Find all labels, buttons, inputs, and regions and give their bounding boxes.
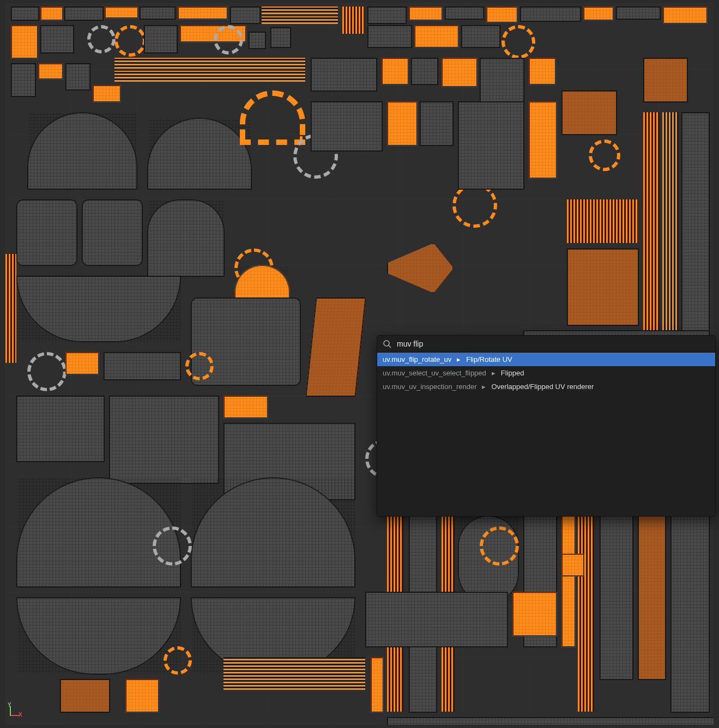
uv-island[interactable] (638, 515, 666, 680)
uv-island[interactable] (178, 7, 228, 20)
uv-island[interactable] (16, 199, 77, 266)
uv-island[interactable] (27, 352, 67, 391)
uv-island[interactable] (93, 85, 121, 102)
uv-island[interactable] (311, 58, 377, 92)
uv-island[interactable] (616, 7, 661, 20)
uv-island[interactable] (520, 7, 581, 22)
uv-island[interactable] (414, 25, 459, 48)
uv-island[interactable] (311, 101, 383, 151)
uv-island[interactable] (411, 58, 438, 85)
uv-island[interactable] (589, 139, 620, 171)
uv-island[interactable] (442, 58, 478, 87)
result-label: Flip/Rotate UV (466, 355, 512, 363)
uv-island[interactable] (60, 679, 110, 713)
uv-island[interactable] (109, 396, 219, 484)
uv-island[interactable] (65, 352, 99, 375)
axis-y-label: Y (8, 702, 11, 708)
search-result[interactable]: uv.muv_select_uv_select_flipped ▸ Flippe… (377, 366, 715, 380)
uv-island[interactable] (512, 592, 557, 636)
uv-island[interactable] (452, 183, 497, 228)
uv-island[interactable] (262, 7, 338, 14)
uv-island[interactable] (567, 199, 638, 243)
uv-island[interactable] (486, 7, 518, 23)
uv-island[interactable] (681, 112, 710, 331)
svg-point-0 (384, 341, 389, 346)
chevron-right-icon: ▸ (457, 355, 461, 363)
chevron-right-icon: ▸ (492, 369, 496, 377)
uv-island[interactable] (38, 63, 63, 80)
uv-island[interactable] (600, 515, 633, 680)
chevron-right-icon: ▸ (482, 383, 486, 391)
uv-island[interactable] (11, 63, 36, 97)
uv-island[interactable] (461, 25, 500, 48)
uv-island[interactable] (40, 25, 74, 53)
uv-island[interactable] (387, 717, 714, 725)
uv-island[interactable] (40, 7, 63, 21)
uv-island[interactable] (125, 679, 159, 713)
uv-island[interactable] (305, 298, 366, 397)
uv-island[interactable] (367, 25, 412, 48)
uv-island[interactable] (529, 58, 556, 85)
uv-island[interactable] (270, 27, 291, 48)
result-operator: uv.muv_flip_rotate_uv (383, 355, 451, 363)
uv-island[interactable] (144, 25, 178, 53)
uv-island[interactable] (262, 16, 338, 24)
uv-island[interactable] (16, 396, 105, 462)
uv-island[interactable] (371, 657, 384, 713)
uv-island[interactable] (140, 7, 176, 20)
uv-island[interactable] (420, 101, 454, 146)
uv-island[interactable] (230, 7, 261, 24)
uv-island[interactable] (82, 199, 143, 266)
uv-island[interactable] (223, 396, 268, 418)
uv-island[interactable] (578, 515, 594, 712)
uv-island[interactable] (643, 112, 660, 330)
uv-island[interactable] (367, 7, 407, 24)
uv-island[interactable] (249, 32, 266, 49)
uv-island[interactable] (561, 90, 617, 135)
uv-island[interactable] (670, 515, 710, 713)
uv-island[interactable] (214, 25, 243, 54)
uv-island[interactable] (445, 7, 484, 20)
uv-island[interactable] (105, 7, 138, 19)
search-result[interactable]: uv.muv_flip_rotate_uv ▸ Flip/Rotate UV (377, 353, 715, 366)
uv-island[interactable] (409, 7, 443, 21)
uv-island[interactable] (65, 63, 90, 90)
uv-island[interactable] (185, 352, 214, 380)
search-row (377, 336, 715, 353)
uv-island[interactable] (458, 101, 524, 190)
search-result[interactable]: uv.muv_uv_inspection_render ▸ Overlapped… (377, 380, 715, 393)
uv-island[interactable] (387, 101, 418, 146)
uv-island[interactable] (480, 526, 519, 566)
axis-x-label: X (19, 712, 22, 718)
uv-island[interactable] (104, 352, 181, 380)
uv-island[interactable] (567, 248, 639, 326)
search-input[interactable] (396, 339, 710, 349)
uv-island[interactable] (480, 58, 524, 102)
axis-gizmo: X Y (4, 702, 26, 724)
uv-island[interactable] (5, 254, 16, 363)
uv-island[interactable] (87, 25, 116, 53)
result-operator: uv.muv_uv_inspection_render (383, 383, 476, 391)
uv-island[interactable] (502, 25, 535, 59)
uv-island[interactable] (529, 101, 557, 179)
uv-island[interactable] (153, 526, 192, 566)
uv-island[interactable] (583, 7, 614, 21)
uv-island[interactable] (64, 7, 104, 21)
uv-island[interactable] (382, 58, 409, 85)
uv-island[interactable] (663, 7, 708, 24)
uv-island[interactable] (147, 199, 225, 277)
uv-island[interactable] (643, 58, 688, 102)
uv-island[interactable] (114, 58, 305, 69)
uv-island[interactable] (114, 71, 305, 82)
svg-line-1 (389, 345, 391, 348)
uv-island[interactable] (11, 7, 39, 21)
uv-island[interactable] (223, 657, 365, 690)
uv-island[interactable] (365, 592, 508, 647)
uv-island[interactable] (11, 25, 38, 59)
uv-island[interactable] (164, 646, 192, 675)
uv-island[interactable] (114, 25, 146, 57)
uv-island[interactable] (662, 112, 679, 330)
uv-island[interactable] (561, 554, 584, 577)
uv-island[interactable] (561, 515, 576, 647)
uv-island[interactable] (342, 7, 364, 34)
